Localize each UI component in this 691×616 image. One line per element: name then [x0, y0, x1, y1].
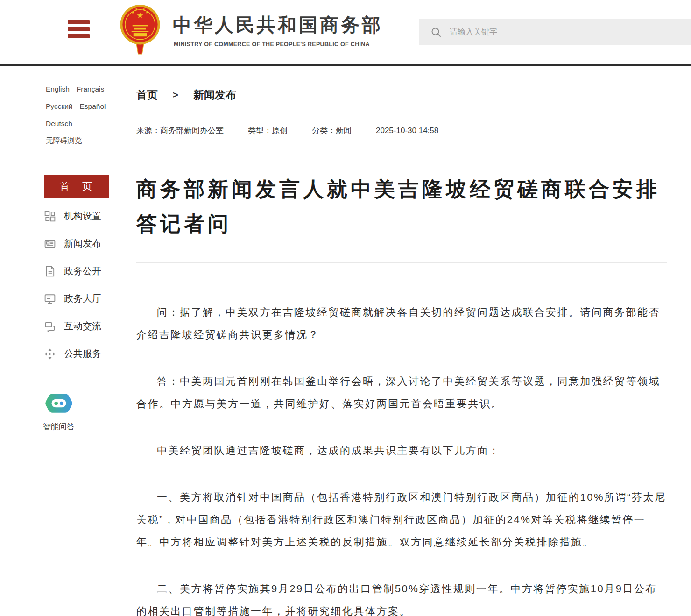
- sidebar-item-public-service[interactable]: 公共服务: [44, 340, 101, 368]
- article-paragraph: 问：据了解，中美双方在吉隆坡经贸磋商就解决各自关切的经贸问题达成联合安排。请问商…: [136, 301, 667, 346]
- accessibility-link[interactable]: 无障碍浏览: [46, 136, 82, 146]
- sidebar-item-gov-disclosure[interactable]: 政务公开: [44, 257, 101, 285]
- chatbot-button[interactable]: 智能问答: [0, 392, 118, 432]
- breadcrumb-home[interactable]: 首页: [136, 88, 158, 102]
- menu-bar: [68, 27, 90, 31]
- sidebar-item-org-structure[interactable]: 机构设置: [44, 202, 101, 230]
- gov-disclosure-icon: [44, 266, 56, 277]
- article-paragraph: 二、美方将暂停实施其9月29日公布的出口管制50%穿透性规则一年。中方将暂停实施…: [136, 578, 667, 616]
- svg-text:★: ★: [146, 11, 148, 14]
- nav-label: 政务大厅: [64, 292, 101, 305]
- nav-label: 政务公开: [64, 265, 101, 277]
- language-links: English Français Русский Español Deutsch…: [46, 80, 106, 149]
- interaction-icon: [44, 321, 56, 332]
- lang-spanish[interactable]: Español: [80, 102, 106, 111]
- svg-text:★: ★: [142, 7, 145, 11]
- meta-label: 分类：: [312, 126, 336, 135]
- article-body: 问：据了解，中美双方在吉隆坡经贸磋商就解决各自关切的经贸问题达成联合安排。请问商…: [136, 301, 667, 616]
- search-input[interactable]: [449, 27, 600, 37]
- org-structure-icon: [44, 211, 56, 222]
- content-divider: [136, 113, 667, 113]
- search-box[interactable]: [419, 19, 691, 45]
- article-content: 首页 > 新闻发布 来源：商务部新闻办公室 类型：原创 分类：新闻 2025-1…: [136, 66, 667, 616]
- article-meta: 来源：商务部新闻办公室 类型：原创 分类：新闻 2025-10-30 14:58: [136, 125, 667, 136]
- sidebar-home-button[interactable]: 首 页: [44, 175, 109, 198]
- nav-label: 新闻发布: [64, 237, 101, 250]
- sidebar-item-interaction[interactable]: 互动交流: [44, 312, 101, 340]
- meta-value: 新闻: [336, 126, 352, 135]
- meta-category: 分类：新闻: [312, 125, 352, 136]
- meta-value: 原创: [272, 126, 288, 135]
- site-title: 中华人民共和国商务部: [173, 12, 383, 38]
- sidebar: English Français Русский Español Deutsch…: [0, 66, 118, 616]
- svg-text:★: ★: [135, 7, 138, 11]
- meta-datetime: 2025-10-30 14:58: [376, 126, 438, 135]
- site-subtitle: MINISTRY OF COMMERCE OF THE PEOPLE'S REP…: [174, 41, 370, 48]
- chatbot-label: 智能问答: [0, 421, 118, 432]
- nav-label: 机构设置: [64, 210, 101, 222]
- search-icon: [431, 27, 441, 37]
- chatbot-icon: [45, 408, 72, 416]
- article-paragraph: 答：中美两国元首刚刚在韩国釜山举行会晤，深入讨论了中美经贸关系等议题，同意加强经…: [136, 370, 667, 415]
- service-hall-icon: [44, 293, 56, 304]
- meta-type: 类型：原创: [248, 125, 288, 136]
- menu-bar: [68, 34, 90, 38]
- content-divider: [136, 153, 667, 153]
- menu-bar: [68, 20, 90, 24]
- meta-value: 商务部新闻办公室: [160, 126, 224, 135]
- article-title: 商务部新闻发言人就中美吉隆坡经贸磋商联合安排答记者问: [136, 172, 667, 241]
- sidebar-item-news-release[interactable]: 新闻发布: [44, 230, 101, 257]
- public-service-icon: [44, 348, 56, 360]
- lang-german[interactable]: Deutsch: [46, 120, 72, 128]
- site-header: ★ ★ ★ ★ ★ 中华人民共和国商务部 MINISTRY OF COMMERC…: [0, 0, 691, 64]
- breadcrumb: 首页 > 新闻发布: [136, 88, 667, 102]
- menu-icon[interactable]: [68, 20, 90, 41]
- meta-label: 类型：: [248, 126, 272, 135]
- sidebar-divider: [44, 159, 118, 159]
- breadcrumb-current[interactable]: 新闻发布: [193, 88, 236, 102]
- lang-english[interactable]: English: [46, 85, 70, 93]
- breadcrumb-separator: >: [173, 90, 178, 100]
- nav-label: 公共服务: [64, 347, 101, 360]
- article-paragraph: 一、美方将取消针对中国商品（包括香港特别行政区和澳门特别行政区商品）加征的10%…: [136, 486, 667, 553]
- news-release-icon: [44, 238, 56, 249]
- national-emblem-logo: ★ ★ ★ ★ ★: [119, 3, 161, 59]
- content-divider: [136, 262, 667, 263]
- lang-french[interactable]: Français: [77, 85, 104, 93]
- sidebar-divider: [44, 373, 118, 373]
- sidebar-nav: 机构设置 新闻发布: [44, 202, 101, 368]
- svg-text:★: ★: [136, 11, 143, 20]
- svg-text:★: ★: [132, 11, 134, 14]
- article-paragraph: 中美经贸团队通过吉隆坡磋商，达成的成果共识主要有以下几方面：: [136, 439, 667, 462]
- meta-source: 来源：商务部新闻办公室: [136, 125, 224, 136]
- page: ★ ★ ★ ★ ★ 中华人民共和国商务部 MINISTRY OF COMMERC…: [0, 0, 691, 616]
- lang-russian[interactable]: Русский: [46, 102, 73, 111]
- sidebar-item-service-hall[interactable]: 政务大厅: [44, 285, 101, 312]
- nav-label: 互动交流: [64, 320, 101, 333]
- meta-label: 来源：: [136, 126, 160, 135]
